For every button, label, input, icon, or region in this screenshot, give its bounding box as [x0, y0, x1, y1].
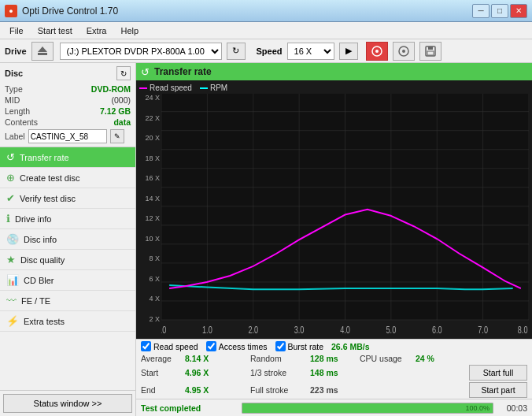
nav-disc-info[interactable]: 💿 Disc info [0, 229, 135, 250]
y-label-3: 8 X [139, 254, 160, 262]
read-speed-check-label: Read speed [153, 342, 198, 351]
burst-rate-check-label: Burst rate [288, 342, 324, 351]
svg-text:2.0: 2.0 [248, 325, 258, 336]
cpu-group: CPU usage 24 % [360, 354, 469, 363]
fe-te-icon: 〰 [6, 295, 17, 306]
disc-panel: Disc ↻ Type DVD-ROM MID (000) Length 7.1… [0, 63, 135, 147]
cpu-val: 24 % [416, 354, 434, 363]
drive-label: Drive [5, 46, 27, 56]
length-key: Length [5, 106, 30, 116]
access-times-check-label: Access times [219, 342, 268, 351]
burst-rate-checkbox[interactable] [275, 341, 286, 351]
data-row-3: End 4.95 X Full stroke 223 ms Start part [136, 381, 532, 399]
time-display: 00:03 [497, 403, 532, 413]
legend-read-speed-label: Read speed [150, 84, 192, 92]
burst-rate-value: 26.6 MB/s [331, 342, 369, 351]
nav-disc-info-label: Disc info [24, 235, 57, 244]
nav-cd-bler-label: CD Bler [24, 276, 54, 285]
chart-svg: 0.0 1.0 2.0 3.0 4.0 5.0 6.0 7.0 8.0 GB [161, 94, 529, 336]
fullstroke-key: Full stroke [250, 385, 305, 395]
disc-header-label: Disc [5, 69, 23, 78]
menu-help[interactable]: Help [114, 24, 145, 37]
label-input[interactable] [28, 129, 107, 143]
y-label-11: 24 X [139, 94, 160, 102]
chart-legend: Read speed RPM [139, 84, 529, 92]
nav-drive-info-label: Drive info [15, 214, 51, 224]
maximize-button[interactable]: □ [491, 4, 508, 18]
nav-cd-bler[interactable]: 📊 CD Bler [0, 270, 135, 291]
svg-rect-8 [427, 51, 434, 55]
svg-text:7.0: 7.0 [478, 325, 488, 336]
svg-text:5.0: 5.0 [386, 325, 397, 336]
save-icon[interactable] [419, 42, 441, 61]
disc-refresh-button[interactable]: ↻ [116, 66, 131, 80]
title-bar: ● Opti Drive Control 1.70 ─ □ ✕ [0, 0, 532, 22]
drive-refresh-button[interactable]: ↻ [227, 43, 246, 60]
stats-bar: Read speed Access times Burst rate 26.6 … [136, 339, 532, 353]
main-layout: Disc ↻ Type DVD-ROM MID (000) Length 7.1… [0, 63, 532, 416]
nav-extra-tests[interactable]: ⚡ Extra tests [0, 311, 135, 332]
label-edit-button[interactable]: ✎ [110, 129, 124, 143]
nav-create-test-disc[interactable]: ⊕ Create test disc [0, 168, 135, 188]
start-group: Start 4.96 X [141, 368, 250, 377]
random-group: Random 128 ms [250, 354, 360, 363]
app-title: Opti Drive Control 1.70 [22, 6, 118, 17]
extra-tests-icon: ⚡ [6, 315, 19, 327]
transfer-rate-header-icon: ↺ [141, 66, 150, 78]
create-test-disc-icon: ⊕ [6, 172, 15, 184]
y-label-4: 10 X [139, 235, 160, 243]
nav-verify-test-disc[interactable]: ✔ Verify test disc [0, 188, 135, 209]
cd-bler-icon: 📊 [6, 274, 19, 286]
start-full-button[interactable]: Start full [469, 365, 527, 381]
y-label-0: 2 X [139, 315, 160, 323]
nav-verify-test-disc-label: Verify test disc [20, 194, 76, 203]
y-label-7: 16 X [139, 174, 160, 182]
avg-key: Average [141, 354, 180, 363]
nav-transfer-rate[interactable]: ↺ Transfer rate [0, 147, 135, 168]
svg-text:6.0: 6.0 [432, 325, 442, 336]
status-window-button[interactable]: Status window >> [3, 394, 132, 413]
start-part-button[interactable]: Start part [469, 382, 527, 398]
avg-val: 8.14 X [185, 354, 209, 363]
svg-text:3.0: 3.0 [294, 325, 305, 336]
svg-text:0.0: 0.0 [161, 325, 166, 336]
svg-marker-1 [38, 46, 47, 52]
legend-read-speed: Read speed [139, 84, 192, 92]
random-key: Random [250, 354, 305, 363]
transfer-rate-icon: ↺ [6, 151, 15, 163]
svg-rect-0 [38, 53, 47, 55]
speed-apply-button[interactable]: ▶ [339, 43, 358, 60]
drive-eject-icon[interactable] [31, 42, 54, 61]
minimize-button[interactable]: ─ [472, 4, 490, 18]
burst-rate-check-group: Burst rate [275, 341, 324, 351]
nav-fe-te-label: FE / TE [21, 296, 50, 306]
onethird-group: 1/3 stroke 148 ms [250, 368, 360, 377]
y-label-2: 6 X [139, 275, 160, 283]
speed-selector[interactable]: 16 X [287, 43, 334, 60]
app-icon: ● [5, 5, 17, 17]
drive-selector[interactable]: (J:) PLEXTOR DVDR PX-800A 1.00 [60, 43, 222, 60]
chart-area: Read speed RPM 2 X 4 X 6 X 8 X 10 X 12 X… [136, 80, 532, 339]
status-text: Test completed [136, 403, 238, 413]
access-times-checkbox[interactable] [206, 341, 216, 351]
menu-start-test[interactable]: Start test [31, 24, 79, 37]
svg-rect-7 [428, 46, 433, 50]
media-icon-1[interactable] [366, 42, 388, 61]
legend-read-speed-dot [139, 87, 147, 89]
random-val: 128 ms [310, 354, 338, 363]
disc-quality-icon: ★ [6, 254, 16, 266]
menu-extra[interactable]: Extra [80, 24, 113, 37]
menu-file[interactable]: File [3, 24, 30, 37]
nav-drive-info[interactable]: ℹ Drive info [0, 209, 135, 229]
data-row-1: Average 8.14 X Random 128 ms CPU usage 2… [136, 353, 532, 364]
close-button[interactable]: ✕ [510, 4, 527, 18]
nav-disc-quality[interactable]: ★ Disc quality [0, 250, 135, 270]
contents-val: data [113, 117, 131, 127]
transfer-rate-title: Transfer rate [154, 66, 212, 77]
media-icon-2[interactable] [393, 42, 415, 61]
read-speed-checkbox[interactable] [141, 341, 151, 351]
legend-rpm-label: RPM [210, 84, 227, 92]
svg-point-3 [375, 50, 379, 53]
y-label-9: 20 X [139, 134, 160, 142]
nav-fe-te[interactable]: 〰 FE / TE [0, 291, 135, 311]
